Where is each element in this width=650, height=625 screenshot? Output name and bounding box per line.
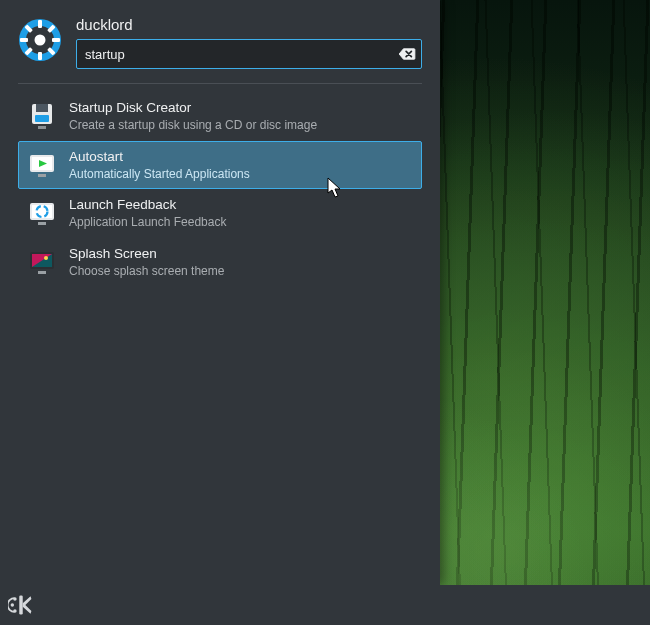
svg-point-23 [44, 256, 48, 260]
svg-rect-4 [20, 38, 28, 42]
svg-rect-5 [52, 38, 60, 42]
result-title: Startup Disk Creator [69, 100, 317, 116]
username-label: ducklord [76, 16, 422, 33]
kde-logo-icon [8, 592, 34, 618]
launcher-header: ducklord [18, 14, 422, 69]
svg-point-27 [11, 603, 14, 606]
result-splash-screen[interactable]: Splash Screen Choose splash screen theme [18, 238, 422, 287]
svg-rect-2 [38, 20, 42, 28]
svg-rect-24 [38, 271, 46, 274]
svg-rect-12 [36, 104, 48, 112]
backspace-clear-icon [398, 47, 416, 61]
clear-search-button[interactable] [397, 44, 417, 64]
launch-feedback-icon [27, 198, 57, 228]
result-desc: Automatically Started Applications [69, 167, 250, 181]
svg-point-10 [35, 35, 46, 46]
application-launcher-panel: ducklord [0, 0, 440, 585]
svg-rect-19 [32, 205, 52, 218]
result-autostart[interactable]: Autostart Automatically Started Applicat… [18, 141, 422, 190]
result-desc: Create a startup disk using a CD or disc… [69, 118, 317, 132]
startup-disk-icon [27, 101, 57, 131]
svg-rect-25 [19, 595, 22, 614]
kubuntu-gear-icon [18, 18, 62, 62]
result-launch-feedback[interactable]: Launch Feedback Application Launch Feedb… [18, 189, 422, 238]
result-title: Autostart [69, 149, 250, 165]
header-divider [18, 83, 422, 84]
result-startup-disk-creator[interactable]: Startup Disk Creator Create a startup di… [18, 92, 422, 141]
svg-rect-14 [38, 126, 46, 129]
splash-screen-icon [27, 247, 57, 277]
application-launcher-button[interactable] [6, 590, 36, 620]
search-input[interactable] [77, 40, 397, 68]
autostart-icon [27, 150, 57, 180]
svg-rect-21 [38, 222, 46, 225]
search-field-wrap[interactable] [76, 39, 422, 69]
svg-rect-3 [38, 52, 42, 60]
svg-rect-13 [35, 115, 49, 122]
result-title: Launch Feedback [69, 197, 226, 213]
search-results-list: Startup Disk Creator Create a startup di… [18, 92, 422, 286]
result-title: Splash Screen [69, 246, 224, 262]
result-desc: Choose splash screen theme [69, 264, 224, 278]
svg-rect-17 [38, 174, 46, 177]
result-desc: Application Launch Feedback [69, 215, 226, 229]
taskbar [0, 585, 650, 625]
